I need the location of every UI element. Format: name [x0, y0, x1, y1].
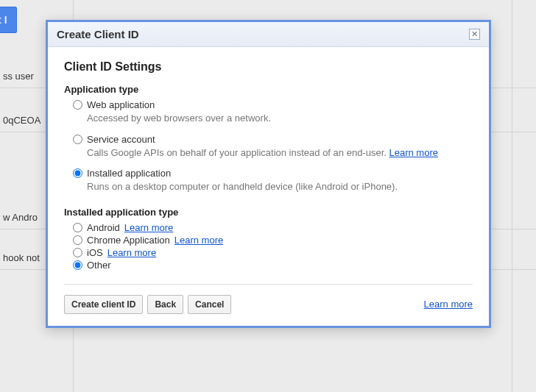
modal-title: Create Client ID	[57, 28, 139, 40]
radio-chrome-application-label: Chrome Application	[87, 235, 170, 246]
radio-other-input[interactable]	[73, 260, 82, 270]
radio-web-application-label: Web application	[87, 99, 155, 110]
radio-other: Other	[73, 260, 473, 271]
section-title: Client ID Settings	[64, 60, 473, 74]
ios-learn-more-link[interactable]: Learn more	[107, 247, 156, 258]
create-client-id-button[interactable]: Create client ID	[64, 295, 143, 314]
application-type-group: Web application Accessed by web browsers…	[64, 99, 473, 193]
close-icon[interactable]: ✕	[469, 29, 480, 40]
footer-divider	[64, 284, 473, 285]
radio-other-line[interactable]: Other	[73, 260, 473, 271]
modal-header: Create Client ID ✕	[48, 22, 489, 47]
radio-web-application: Web application Accessed by web browsers…	[73, 99, 473, 125]
radio-installed-application-line[interactable]: Installed application	[73, 168, 473, 179]
radio-android-label: Android	[87, 222, 120, 233]
radio-ios: iOS Learn more	[73, 247, 473, 258]
radio-service-account-line[interactable]: Service account	[73, 134, 473, 145]
radio-service-account-input[interactable]	[73, 135, 82, 144]
radio-installed-application: Installed application Runs on a desktop …	[73, 168, 473, 193]
radio-web-application-desc: Accessed by web browsers over a network.	[87, 112, 473, 125]
radio-service-account-desc: Calls Google APIs on behalf of your appl…	[87, 146, 473, 160]
radio-ios-label: iOS	[87, 247, 103, 258]
radio-other-label: Other	[87, 260, 111, 271]
radio-chrome-application: Chrome Application Learn more	[73, 235, 473, 246]
radio-service-account: Service account Calls Google APIs on beh…	[73, 134, 473, 160]
modal-body: Client ID Settings Application type Web …	[48, 47, 489, 326]
radio-ios-input[interactable]	[73, 248, 82, 257]
radio-chrome-application-input[interactable]	[73, 235, 82, 245]
radio-android-line[interactable]: Android Learn more	[73, 222, 473, 233]
radio-chrome-application-line[interactable]: Chrome Application Learn more	[73, 235, 473, 246]
radio-installed-application-label: Installed application	[87, 168, 171, 179]
application-type-heading: Application type	[64, 84, 473, 95]
create-client-id-modal: Create Client ID ✕ Client ID Settings Ap…	[46, 20, 491, 328]
cancel-button[interactable]: Cancel	[188, 295, 231, 314]
radio-android-input[interactable]	[73, 223, 82, 232]
installed-application-type-heading: Installed application type	[64, 207, 473, 218]
footer-learn-more-link[interactable]: Learn more	[424, 299, 473, 310]
radio-service-account-label: Service account	[87, 134, 155, 145]
radio-web-application-line[interactable]: Web application	[73, 99, 473, 110]
installed-application-type-group: Android Learn more Chrome Application Le…	[64, 222, 473, 271]
radio-installed-application-desc: Runs on a desktop computer or handheld d…	[87, 180, 473, 193]
back-button[interactable]: Back	[147, 295, 183, 314]
chrome-application-learn-more-link[interactable]: Learn more	[174, 235, 223, 246]
service-account-learn-more-link[interactable]: Learn more	[389, 147, 438, 158]
radio-web-application-input[interactable]	[73, 100, 82, 110]
radio-service-account-desc-text: Calls Google APIs on behalf of your appl…	[87, 147, 387, 158]
radio-android: Android Learn more	[73, 222, 473, 233]
footer-button-row: Create client ID Back Cancel	[64, 295, 231, 314]
radio-ios-line[interactable]: iOS Learn more	[73, 247, 473, 258]
modal-footer: Create client ID Back Cancel Learn more	[64, 295, 473, 314]
radio-installed-application-input[interactable]	[73, 168, 82, 178]
android-learn-more-link[interactable]: Learn more	[124, 222, 173, 233]
